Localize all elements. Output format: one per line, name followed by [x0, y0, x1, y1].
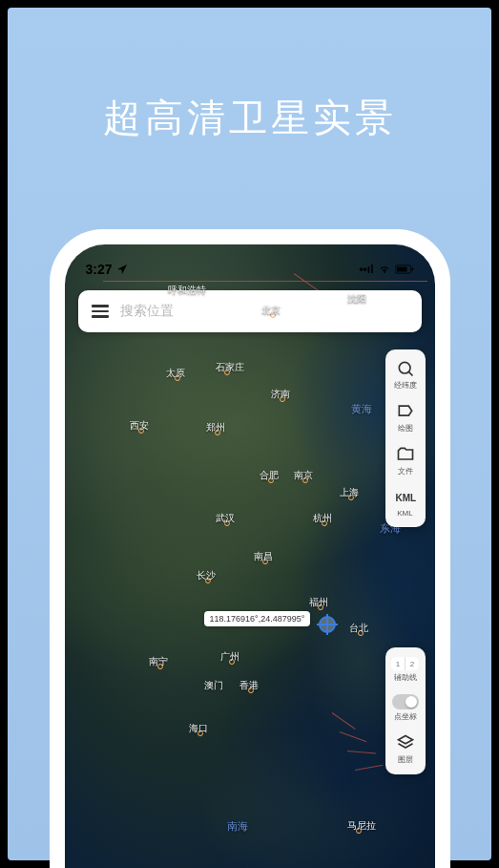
tool-guides[interactable]: 12辅助线 [385, 651, 426, 688]
city-label: 南昌 [254, 550, 273, 563]
city-label: 海口 [189, 722, 208, 735]
layers-icon [396, 733, 415, 752]
city-label: 西安 [130, 419, 149, 433]
wifi-icon [378, 264, 391, 275]
location-arrow-icon [116, 264, 128, 275]
city-label: 广州 [220, 650, 239, 664]
city-label: 台北 [349, 622, 368, 635]
tool-kml[interactable]: KMLKML [385, 482, 426, 523]
tool-label: 绘图 [398, 423, 413, 434]
svg-rect-1 [396, 267, 406, 272]
map-borders [65, 244, 435, 868]
svg-point-3 [399, 362, 410, 373]
boundary-line [103, 281, 427, 282]
tool-panel-top: 经纬度绘图文件KMLKML [385, 349, 426, 527]
city-label: 郑州 [206, 421, 225, 434]
city-label: 石家庄 [216, 361, 244, 374]
tool-layers[interactable]: 图层 [385, 728, 426, 771]
search-bar[interactable]: 搜索位置 [78, 290, 422, 332]
city-label: 北京 [261, 304, 281, 317]
search-placeholder: 搜索位置 [120, 303, 174, 320]
phone-mockup: 3:27 ••ıl 搜索位置 呼和浩特沈阳北京太原石家庄济南西安郑州合肥南京上海… [50, 229, 450, 868]
tool-label: 文件 [398, 466, 413, 476]
kml-icon: KML [396, 488, 415, 507]
city-label: 武汉 [216, 512, 235, 525]
tool-label: 图层 [398, 754, 413, 765]
tool-label: 辅助线 [394, 672, 417, 683]
sea-label: 南海 [227, 819, 248, 834]
promo-background: 超高清卫星实景 3:27 ••ıl [8, 8, 491, 860]
city-label: 济南 [271, 388, 290, 401]
grid-option[interactable]: 1 [391, 657, 405, 670]
city-label: 澳门 [204, 679, 223, 692]
city-label: 沈阳 [347, 292, 366, 306]
boundary-line [331, 712, 355, 730]
city-label: 合肥 [260, 469, 279, 482]
tool-label: 点坐标 [394, 711, 417, 722]
status-time: 3:27 [86, 262, 113, 277]
city-label: 太原 [166, 367, 185, 380]
grid-option[interactable]: 2 [405, 657, 419, 670]
menu-icon[interactable] [92, 305, 109, 318]
map-screen[interactable]: 3:27 ••ıl 搜索位置 呼和浩特沈阳北京太原石家庄济南西安郑州合肥南京上海… [65, 244, 435, 868]
grid-toggle[interactable]: 12 [391, 657, 419, 670]
tool-file[interactable]: 文件 [385, 439, 426, 482]
boundary-line [354, 765, 383, 771]
signal-icon: ••ıl [359, 263, 373, 276]
city-label: 呼和浩特 [168, 284, 206, 297]
file-icon [396, 445, 415, 464]
tool-draw[interactable]: 绘图 [385, 396, 426, 439]
battery-icon [395, 265, 414, 274]
city-label: 马尼拉 [347, 819, 376, 833]
promo-headline: 超高清卫星实景 [8, 92, 491, 144]
city-label: 香港 [239, 679, 259, 692]
city-label: 杭州 [313, 512, 332, 525]
coordinate-bubble: 118.176916°,24.487995° [204, 611, 311, 626]
boundary-line [339, 731, 366, 742]
svg-rect-2 [411, 267, 413, 270]
draw-icon [396, 402, 415, 421]
tool-pointcoord[interactable]: 点坐标 [385, 688, 426, 728]
city-label: 南宁 [149, 655, 168, 668]
city-label: 福州 [309, 596, 328, 609]
city-label: 长沙 [197, 569, 216, 582]
tool-label: KML [397, 509, 412, 518]
city-label: 上海 [340, 486, 359, 499]
pointcoord-switch[interactable] [392, 694, 419, 709]
city-label: 南京 [294, 469, 313, 482]
boundary-line [346, 751, 375, 754]
status-bar: 3:27 ••ıl [65, 258, 435, 281]
target-marker-icon[interactable] [319, 616, 336, 633]
tool-panel-bottom: 12辅助线点坐标图层 [385, 647, 426, 774]
latlng-icon [396, 359, 415, 378]
sea-label: 黄海 [351, 402, 372, 416]
tool-latlng[interactable]: 经纬度 [385, 353, 426, 396]
tool-label: 经纬度 [394, 380, 417, 391]
